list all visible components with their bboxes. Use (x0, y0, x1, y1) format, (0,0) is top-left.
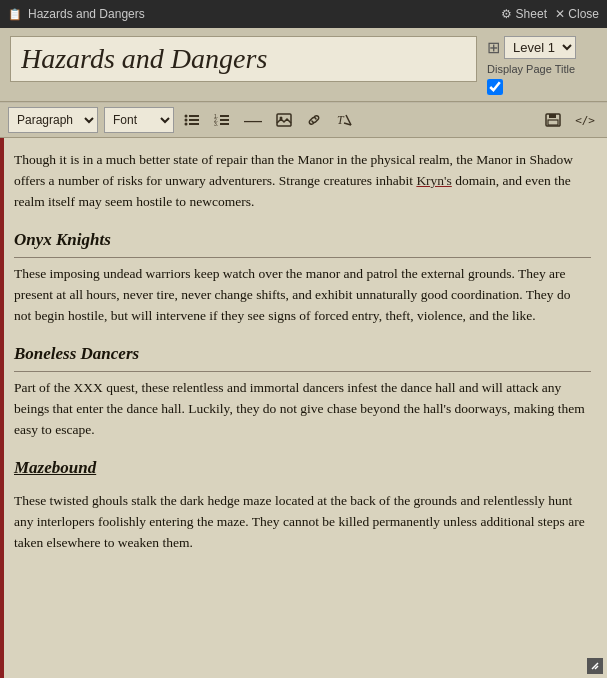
section-heading-onyx-knights: Onyx Knights (14, 227, 591, 258)
link-icon (306, 113, 322, 127)
svg-text:3.: 3. (214, 121, 218, 127)
clear-format-icon: T (336, 113, 352, 127)
display-title-checkbox[interactable] (487, 79, 503, 95)
document-icon: 📋 (8, 8, 22, 21)
boneless-dancers-paragraph: Part of the XXX quest, these relentless … (14, 378, 591, 441)
section-heading-boneless-dancers: Boneless Dancers (14, 341, 591, 372)
mazebound-paragraph: These twisted ghouls stalk the dark hedg… (14, 491, 591, 554)
image-icon (276, 113, 292, 127)
sheet-button[interactable]: ⚙ Sheet (501, 7, 547, 21)
horizontal-rule-button[interactable]: — (240, 107, 266, 133)
clear-format-button[interactable]: T (332, 107, 356, 133)
level-row: ⊞ Level 1 Level 2 Level 3 Level 4 Level … (487, 36, 576, 59)
svg-point-0 (185, 115, 188, 118)
level-select[interactable]: Level 1 Level 2 Level 3 Level 4 Level 5 (504, 36, 576, 59)
title-bar: 📋 Hazards and Dangers ⚙ Sheet ✕ Close (0, 0, 607, 28)
content-area[interactable]: Though it is in a much better state of r… (0, 138, 607, 678)
svg-rect-18 (549, 114, 556, 118)
section-heading-mazebound: Mazebound (14, 455, 591, 485)
paragraph-format-select[interactable]: Paragraph Heading 1 Heading 2 Heading 3 (8, 107, 98, 133)
svg-point-2 (185, 119, 188, 122)
display-title-label: Display Page Title (487, 63, 575, 75)
svg-rect-9 (220, 119, 229, 121)
svg-rect-7 (220, 115, 229, 117)
level-icon: ⊞ (487, 38, 500, 57)
svg-rect-1 (189, 115, 199, 117)
insert-link-button[interactable] (302, 107, 326, 133)
onyx-knights-paragraph: These imposing undead warriors keep watc… (14, 264, 591, 327)
svg-rect-3 (189, 119, 199, 121)
close-button[interactable]: ✕ Close (555, 7, 599, 21)
toolbar: Paragraph Heading 1 Heading 2 Heading 3 … (0, 102, 607, 138)
svg-point-4 (185, 123, 188, 126)
intro-paragraph: Though it is in a much better state of r… (14, 150, 591, 213)
svg-rect-11 (220, 123, 229, 125)
font-select[interactable]: Font Arial Georgia Times New Roman (104, 107, 174, 133)
save-icon (545, 113, 561, 127)
kryn-link[interactable]: Kryn's (416, 173, 451, 188)
insert-image-button[interactable] (272, 107, 296, 133)
title-bar-left: 📋 Hazards and Dangers (8, 7, 145, 21)
resize-handle[interactable] (587, 658, 603, 674)
resize-icon (590, 661, 600, 671)
unordered-list-icon (184, 113, 200, 127)
source-code-button[interactable]: </> (571, 107, 599, 133)
ordered-list-button[interactable]: 1. 2. 3. (210, 107, 234, 133)
toolbar-right: </> (541, 107, 599, 133)
main-container: ⊞ Level 1 Level 2 Level 3 Level 4 Level … (0, 28, 607, 678)
save-button[interactable] (541, 107, 565, 133)
title-bar-right: ⚙ Sheet ✕ Close (501, 7, 599, 21)
header-controls: ⊞ Level 1 Level 2 Level 3 Level 4 Level … (487, 36, 597, 95)
svg-rect-19 (548, 120, 558, 125)
svg-rect-5 (189, 123, 199, 125)
ordered-list-icon: 1. 2. 3. (214, 113, 230, 127)
header-area: ⊞ Level 1 Level 2 Level 3 Level 4 Level … (0, 28, 607, 102)
page-title-input[interactable] (10, 36, 477, 82)
checkbox-row (487, 79, 503, 95)
unordered-list-button[interactable] (180, 107, 204, 133)
svg-text:T: T (337, 113, 345, 127)
window-title: Hazards and Dangers (28, 7, 145, 21)
